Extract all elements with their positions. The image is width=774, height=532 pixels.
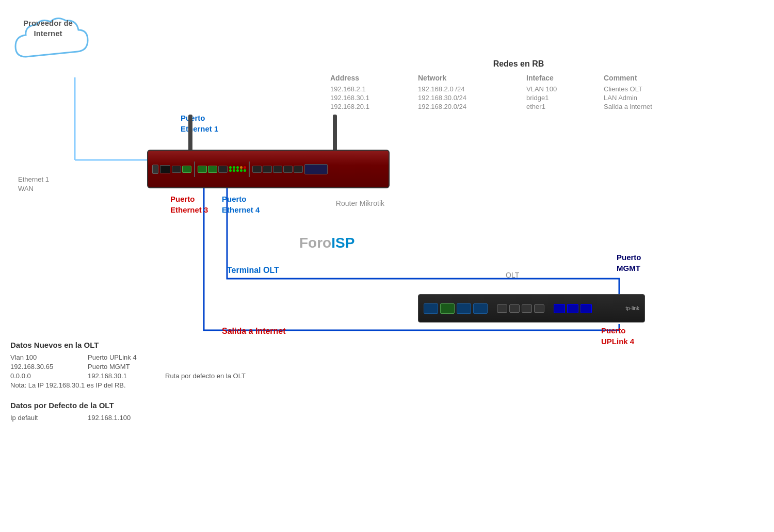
eth4-port [208, 166, 217, 173]
col-network: Network [418, 74, 521, 82]
nota-text: Nota: La IP 192.168.30.1 es IP del RB. [10, 381, 126, 389]
puerto-ethernet1-label: PuertoEthernet 1 [181, 112, 218, 134]
router-body [147, 150, 390, 188]
puerto-uplink4-label: PuertoUPLink 4 [601, 325, 634, 347]
ip-default-val: 192.168.1.100 [88, 414, 155, 422]
port-group-1 [172, 166, 191, 173]
olt-mgmt-port [580, 304, 592, 313]
olt-device: tp-link [418, 294, 645, 325]
olt-uplink-1 [554, 304, 565, 313]
comment-3: Salida a internet [604, 103, 707, 110]
eth7-port [263, 166, 272, 173]
datos-row-3: 0.0.0.0 192.168.30.1 Ruta por defecto en… [10, 372, 246, 380]
olt-body: tp-link [418, 294, 645, 323]
olt-rj45-4 [534, 304, 544, 313]
antenna-right [333, 115, 337, 151]
olt-rj45-2 [509, 304, 520, 313]
usb-port [152, 165, 158, 174]
puerto-ethernet4-label: PuertoEthernet 4 [222, 194, 260, 215]
net-2: 192.168.30.0/24 [418, 94, 521, 102]
olt-sfp-4 [473, 303, 488, 314]
eth1-port [172, 166, 181, 173]
datos-row-2: 192.168.30.65 Puerto MGMT [10, 363, 246, 370]
info-table-title: Redes en RB [330, 59, 707, 69]
net-1: 192.168.2.0 /24 [418, 85, 521, 93]
iface-3: ether1 [526, 103, 599, 110]
addr-1: 192.168.2.1 [330, 85, 413, 93]
watermark: ForoISP [299, 235, 354, 251]
col-interface: Inteface [526, 74, 599, 82]
addr-2: 192.168.30.1 [330, 94, 413, 102]
cloud-label: Proveedor de Internet [14, 18, 82, 38]
cloud-line1: Proveedor de [23, 19, 73, 27]
olt-uplink-2 [567, 304, 578, 313]
salida-internet-label: Salida a Internet [222, 327, 286, 336]
olt-sfp-1 [424, 303, 438, 314]
iface-1: VLAN 100 [526, 85, 599, 93]
olt-text-label: OLT [506, 271, 519, 279]
comment-1: Clientes OLT [604, 85, 707, 93]
port-group-2 [198, 166, 228, 173]
diagram-container: Proveedor de Internet Ethernet 1WAN Puer… [0, 0, 774, 532]
defecto-row-1: Ip default 192.168.1.100 [10, 414, 246, 422]
terminal-olt-label: Terminal OLT [227, 266, 279, 275]
cloud-line2: Internet [34, 29, 62, 38]
eth6-port [252, 166, 262, 173]
datos-nuevos-title: Datos Nuevos en la OLT [10, 341, 246, 349]
addr-3: 192.168.20.1 [330, 103, 413, 110]
router-screen [304, 164, 328, 174]
port-group-3 [252, 166, 303, 173]
vlan-key: Vlan 100 [10, 353, 77, 361]
ethernet1-wan-label: Ethernet 1WAN [18, 175, 49, 194]
led-block [229, 166, 246, 172]
olt-rj45-3 [522, 304, 532, 313]
col-address: Address [330, 74, 413, 82]
sfp-port [160, 165, 170, 173]
info-table: Redes en RB Address Network Inteface Com… [330, 59, 707, 110]
datos-row-1: Vlan 100 Puerto UPLink 4 [10, 353, 246, 361]
datos-row-4: Nota: La IP 192.168.30.1 es IP del RB. [10, 381, 246, 389]
ip-mgmt-key: 192.168.30.65 [10, 363, 77, 370]
puerto-mgmt-label: PuertoMGMT [617, 252, 641, 273]
watermark-isp: ISP [331, 235, 354, 251]
router-mikrotik: Router Mikrotik [147, 150, 390, 196]
eth10-port [294, 166, 303, 173]
datos-defecto-title: Datos por Defecto de la OLT [10, 401, 246, 410]
iface-2: bridge1 [526, 94, 599, 102]
default-route-key: 0.0.0.0 [10, 372, 77, 380]
bottom-info: Datos Nuevos en la OLT Vlan 100 Puerto U… [10, 341, 246, 423]
eth3-port [198, 166, 207, 173]
olt-sfp-3 [457, 303, 471, 314]
antenna-left [188, 115, 192, 151]
vlan-val: Puerto UPLink 4 [88, 353, 155, 361]
ip-mgmt-val: Puerto MGMT [88, 363, 155, 370]
default-route-desc: Ruta por defecto en la OLT [165, 372, 246, 380]
puerto-ethernet3-label: PuertoEthernet 3 [170, 194, 208, 215]
net-3: 192.168.20.0/24 [418, 103, 521, 110]
comment-2: LAN Admin [604, 94, 707, 102]
olt-rj45-1 [497, 304, 507, 313]
eth8-port [273, 166, 282, 173]
info-table-grid: Address Network Inteface Comment 192.168… [330, 74, 707, 110]
eth2-port [182, 166, 191, 173]
col-comment: Comment [604, 74, 707, 82]
router-label: Router Mikrotik [336, 199, 384, 207]
eth5-port [218, 166, 228, 173]
olt-sfp-2 [440, 303, 455, 314]
ip-default-key: Ip default [10, 414, 77, 422]
olt-brand: tp-link [625, 305, 639, 311]
default-route-gw: 192.168.30.1 [88, 372, 155, 380]
eth9-port [283, 166, 293, 173]
